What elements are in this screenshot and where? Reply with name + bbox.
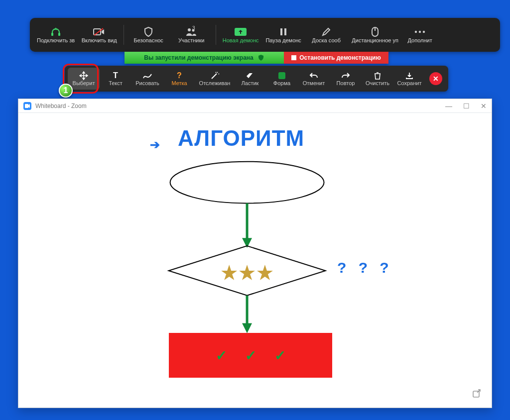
- close-icon: ✕: [433, 75, 439, 83]
- select-tool-label: Выберит: [73, 80, 95, 86]
- headphones-icon: [50, 26, 61, 37]
- clear-tool-label: Очистить: [366, 80, 389, 86]
- draw-tool[interactable]: Рисовать: [131, 68, 163, 90]
- svg-rect-0: [51, 33, 53, 36]
- save-tool-label: Сохранит: [397, 80, 422, 86]
- svg-rect-8: [284, 28, 286, 35]
- participants-button[interactable]: 3 Участники: [170, 24, 213, 45]
- clear-tool[interactable]: Очистить: [362, 68, 393, 90]
- undo-icon: [309, 71, 318, 80]
- participants-label: Участники: [178, 37, 205, 43]
- maximize-button[interactable]: ☐: [463, 102, 470, 110]
- more-label: Дополнит: [408, 37, 432, 43]
- svg-point-4: [188, 28, 191, 31]
- text-icon: T: [113, 71, 118, 80]
- eraser-tool-label: Ластик: [242, 80, 259, 86]
- question-icon: ?: [177, 71, 182, 80]
- pause-share-button[interactable]: Пауза демонс: [262, 24, 305, 45]
- remote-control-button[interactable]: Дистанционное уп: [348, 24, 402, 45]
- move-icon: [79, 71, 88, 80]
- stop-share-label: Остановить демонстрацию: [299, 54, 381, 61]
- stop-share-button[interactable]: Остановить демонстрацию: [284, 52, 388, 64]
- pause-share-label: Пауза демонс: [265, 37, 301, 43]
- svg-rect-7: [280, 28, 282, 35]
- meeting-controls: Подключить зв Включить вид Безопаснос 3 …: [30, 18, 500, 52]
- shield-check-icon: [257, 54, 264, 61]
- redo-tool-label: Повтор: [337, 80, 355, 86]
- annotation-toolbar: Выберит T Текст Рисовать ? Метка Отслежи…: [65, 66, 448, 92]
- more-button[interactable]: Дополнит: [402, 24, 437, 45]
- remote-control-label: Дистанционное уп: [352, 37, 398, 43]
- participants-icon: [185, 26, 197, 37]
- wand-icon: [210, 71, 219, 80]
- spotlight-tool[interactable]: Отслеживан: [195, 68, 234, 90]
- zoom-app-icon: [23, 102, 31, 110]
- check-icon: ✓: [245, 347, 256, 364]
- mark-tool[interactable]: ? Метка: [163, 68, 195, 90]
- stop-icon: [291, 55, 296, 60]
- undo-tool-label: Отменит: [303, 80, 325, 86]
- save-tool[interactable]: Сохранит: [393, 68, 425, 90]
- svg-point-13: [423, 31, 425, 33]
- security-label: Безопаснос: [133, 37, 163, 43]
- select-tool[interactable]: Выберит: [68, 68, 100, 90]
- format-tool-label: Форма: [273, 80, 290, 86]
- draw-icon: [143, 71, 152, 80]
- svg-rect-2: [94, 29, 101, 35]
- join-audio-button[interactable]: Подключить зв: [34, 24, 78, 45]
- eraser-tool[interactable]: Ластик: [234, 68, 266, 90]
- new-share-label: Новая демонс: [223, 37, 259, 43]
- redo-icon: [341, 71, 350, 80]
- participants-count: 3: [192, 25, 195, 31]
- more-icon: [414, 26, 425, 37]
- svg-rect-16: [25, 104, 28, 108]
- pause-icon: [279, 26, 287, 37]
- svg-marker-22: [242, 323, 252, 333]
- export-button[interactable]: [472, 388, 482, 401]
- result-box: ✓ ✓ ✓: [169, 333, 332, 378]
- join-audio-label: Подключить зв: [37, 37, 75, 43]
- whiteboard-window: Whiteboard - Zoom — ☐ ✕ ➔ АЛГОРИТМ: [18, 99, 492, 408]
- check-icon: ✓: [216, 347, 227, 364]
- divider: [124, 25, 124, 45]
- draw-tool-label: Рисовать: [135, 80, 159, 86]
- pencil-icon: [322, 26, 331, 37]
- svg-point-12: [419, 31, 421, 33]
- check-icon: ✓: [274, 347, 286, 364]
- save-icon: [405, 71, 413, 80]
- minimize-button[interactable]: —: [445, 102, 452, 110]
- close-annotation-button[interactable]: ✕: [429, 72, 442, 85]
- shield-icon: [144, 26, 153, 37]
- mark-tool-label: Метка: [171, 80, 187, 86]
- mouse-icon: [372, 26, 379, 37]
- svg-point-11: [415, 31, 417, 33]
- window-title: Whiteboard - Zoom: [35, 103, 87, 109]
- video-off-icon: [93, 26, 105, 37]
- trash-icon: [374, 71, 381, 80]
- text-tool-label: Текст: [109, 80, 123, 86]
- share-screen-icon: [234, 26, 247, 37]
- svg-rect-15: [278, 72, 285, 79]
- start-video-button[interactable]: Включить вид: [78, 24, 121, 45]
- redo-tool[interactable]: Повтор: [330, 68, 362, 90]
- close-window-button[interactable]: ✕: [481, 102, 487, 110]
- window-titlebar[interactable]: Whiteboard - Zoom — ☐ ✕: [18, 99, 492, 113]
- start-video-label: Включить вид: [82, 37, 117, 43]
- svg-point-17: [170, 162, 324, 204]
- undo-tool[interactable]: Отменит: [298, 68, 330, 90]
- format-icon: [278, 71, 286, 80]
- svg-rect-14: [291, 55, 296, 60]
- whiteboard-button[interactable]: Доска сооб: [305, 24, 348, 45]
- svg-rect-1: [58, 33, 60, 36]
- eraser-icon: [246, 71, 255, 80]
- divider: [216, 25, 216, 45]
- question-marks: ? ? ?: [337, 259, 393, 276]
- whiteboard-canvas[interactable]: ➔ АЛГОРИТМ ? ? ? ✓ ✓ ✓: [18, 113, 492, 408]
- text-tool[interactable]: T Текст: [100, 68, 131, 90]
- format-tool[interactable]: Форма: [266, 68, 298, 90]
- sharing-status: Вы запустили демонстрацию экрана: [125, 52, 284, 64]
- security-button[interactable]: Безопаснос: [127, 24, 170, 45]
- share-status-bar: Вы запустили демонстрацию экрана Останов…: [125, 52, 388, 64]
- new-share-button[interactable]: Новая демонс: [219, 24, 262, 45]
- sharing-status-label: Вы запустили демонстрацию экрана: [144, 54, 254, 61]
